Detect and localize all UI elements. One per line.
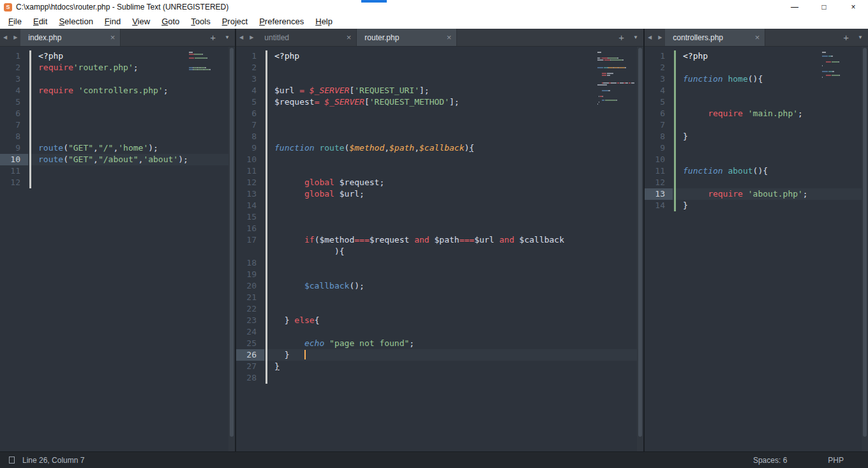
code-line[interactable]: 7 — [645, 119, 868, 131]
code-line[interactable]: 5 — [645, 96, 868, 108]
code-line[interactable]: 3 — [236, 73, 643, 85]
tab-scroll-left-icon[interactable]: ◀ — [645, 34, 655, 40]
new-tab-button[interactable]: + — [615, 32, 628, 43]
code-line[interactable]: 18 — [236, 257, 643, 269]
code-line[interactable]: 9 — [645, 142, 868, 154]
scrollbar-thumb[interactable] — [230, 48, 234, 437]
code-line[interactable]: 10route("GET","/about",'about'); — [0, 154, 235, 165]
tab-scroll-right-icon[interactable]: ▶ — [655, 34, 665, 40]
tab-close-icon[interactable]: × — [443, 33, 452, 42]
code-line[interactable]: 12 global $request; — [236, 177, 643, 188]
minimap[interactable] — [189, 52, 226, 75]
minimap[interactable] — [822, 52, 859, 79]
tab-close-icon[interactable]: × — [107, 33, 116, 42]
menu-preferences[interactable]: Preferences — [253, 17, 310, 26]
code-line[interactable]: 22 — [236, 303, 643, 315]
code-line[interactable]: 15 — [236, 211, 643, 223]
minimize-button[interactable]: — — [780, 0, 809, 14]
code-line[interactable]: 24 — [236, 326, 643, 338]
tab-router.php[interactable]: router.php× — [357, 29, 457, 46]
close-button[interactable]: × — [839, 0, 868, 14]
code-line[interactable]: ){ — [236, 246, 643, 257]
code-line[interactable]: 1<?php — [236, 50, 643, 62]
code-line[interactable]: 7 — [236, 119, 643, 131]
tab-untitled[interactable]: untitled× — [257, 29, 357, 46]
code-line[interactable]: 11function about(){ — [645, 165, 868, 177]
code-line[interactable]: 12 — [0, 177, 235, 188]
menu-file[interactable]: File — [3, 17, 27, 26]
tab-close-icon[interactable]: × — [343, 33, 352, 42]
code-line[interactable]: 27} — [236, 361, 643, 372]
tab-controllers.php[interactable]: controllers.php× — [665, 29, 765, 46]
scrollbar[interactable] — [637, 47, 643, 451]
code-line[interactable]: 10 — [645, 154, 868, 165]
minimap-token — [597, 67, 603, 68]
code-line[interactable]: 26 } — [236, 349, 643, 361]
tab-scroll-right-icon[interactable]: ▶ — [10, 34, 20, 40]
tab-overflow-button[interactable]: ▼ — [853, 34, 868, 40]
code-line[interactable]: 5$request= $_SERVER['REQUEST_METHOD']; — [236, 96, 643, 108]
code-line[interactable]: 9function route($method,$path,$callback)… — [236, 142, 643, 154]
tab-index.php[interactable]: index.php× — [20, 29, 121, 46]
scrollbar[interactable] — [862, 47, 868, 451]
menu-edit[interactable]: Edit — [27, 17, 53, 26]
code-editor[interactable]: 1<?php2require'router.php';34require 'co… — [0, 47, 235, 451]
menu-tools[interactable]: Tools — [185, 17, 216, 26]
code-line[interactable]: 8 — [236, 131, 643, 142]
code-line[interactable]: 5 — [0, 96, 235, 108]
code-line[interactable]: 7 — [0, 119, 235, 131]
menu-find[interactable]: Find — [99, 17, 126, 26]
scrollbar[interactable] — [228, 47, 235, 451]
menu-help[interactable]: Help — [310, 17, 338, 26]
code-line[interactable]: 9route("GET","/",'home'); — [0, 142, 235, 154]
code-line[interactable]: 13 global $url; — [236, 188, 643, 200]
code-line[interactable]: 17 if($method===$request and $path===$ur… — [236, 234, 643, 246]
tab-close-icon[interactable]: × — [751, 33, 760, 42]
code-line[interactable]: 8 — [0, 131, 235, 142]
code-line[interactable]: 4$url = $_SERVER['REQUEST_URI']; — [236, 85, 643, 96]
code-line[interactable]: 23 } else{ — [236, 315, 643, 326]
code-line[interactable]: 12 — [645, 177, 868, 188]
code-line[interactable]: 19 — [236, 269, 643, 280]
menu-selection[interactable]: Selection — [53, 17, 98, 26]
menu-project[interactable]: Project — [216, 17, 253, 26]
code-line[interactable]: 6 — [0, 108, 235, 119]
scrollbar-thumb[interactable] — [863, 48, 867, 437]
code-line[interactable]: 20 $callback(); — [236, 280, 643, 292]
code-line[interactable]: 4 — [645, 85, 868, 96]
code-editor[interactable]: 1<?php23function home(){456 require 'mai… — [645, 47, 868, 451]
code-line[interactable]: 25 echo "page not found"; — [236, 338, 643, 349]
tab-overflow-button[interactable]: ▼ — [628, 34, 643, 40]
tab-scroll-right-icon[interactable]: ▶ — [246, 34, 257, 40]
code-line[interactable]: 14} — [645, 200, 868, 211]
code-line[interactable]: 16 — [236, 223, 643, 234]
minimap[interactable] — [597, 52, 634, 107]
code-line[interactable]: 28 — [236, 372, 643, 384]
code-line[interactable]: 21 — [236, 292, 643, 303]
code-line[interactable]: 10 — [236, 154, 643, 165]
menu-view[interactable]: View — [126, 17, 156, 26]
maximize-button[interactable]: □ — [809, 0, 839, 14]
tab-overflow-button[interactable]: ▼ — [220, 34, 235, 40]
code-line[interactable]: 11 — [236, 165, 643, 177]
menu-goto[interactable]: Goto — [156, 17, 185, 26]
scrollbar-thumb[interactable] — [638, 48, 642, 437]
minimap-token — [597, 75, 602, 76]
status-syntax[interactable]: PHP — [828, 456, 844, 465]
code-line[interactable]: 14 — [236, 200, 643, 211]
status-indicator-icon[interactable] — [9, 457, 15, 464]
new-tab-button[interactable]: + — [839, 32, 853, 43]
code-editor[interactable]: 1<?php234$url = $_SERVER['REQUEST_URI'];… — [236, 47, 643, 451]
code-line[interactable]: 3 — [0, 73, 235, 85]
code-line[interactable]: 6 — [236, 108, 643, 119]
tab-scroll-left-icon[interactable]: ◀ — [236, 34, 246, 40]
new-tab-button[interactable]: + — [206, 32, 220, 43]
status-indent-setting[interactable]: Spaces: 6 — [753, 456, 787, 465]
code-line[interactable]: 13 require 'about.php'; — [645, 188, 868, 200]
code-line[interactable]: 8} — [645, 131, 868, 142]
code-line[interactable]: 6 require 'main.php'; — [645, 108, 868, 119]
tab-scroll-left-icon[interactable]: ◀ — [0, 34, 10, 40]
code-line[interactable]: 4require 'controllers.php'; — [0, 85, 235, 96]
code-line[interactable]: 2 — [236, 62, 643, 73]
code-line[interactable]: 11 — [0, 165, 235, 177]
